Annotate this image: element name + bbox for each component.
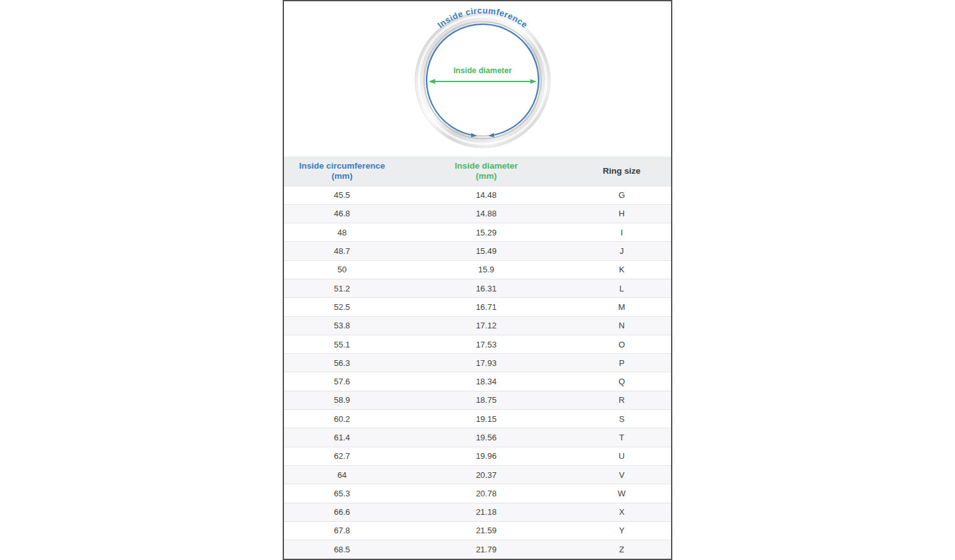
cell-circumference: 60.2 [284, 410, 400, 428]
cell-ring-size: M [572, 298, 671, 316]
table-row: 65.3 20.78 W [284, 484, 671, 503]
cell-diameter: 20.37 [400, 465, 572, 484]
ring-graphic [415, 13, 550, 148]
cell-diameter: 18.75 [400, 391, 572, 409]
cell-ring-size: T [572, 428, 671, 447]
cell-ring-size: G [572, 186, 671, 204]
cell-ring-size: H [572, 204, 671, 223]
table-row: 61.4 19.56 T [284, 428, 671, 447]
cell-ring-size: I [572, 223, 671, 242]
cell-circumference: 66.6 [284, 503, 400, 521]
cell-circumference: 55.1 [284, 335, 400, 353]
cell-diameter: 17.53 [400, 335, 572, 353]
cell-ring-size: Y [572, 521, 671, 540]
circumference-arrow [427, 24, 539, 136]
cell-diameter: 21.59 [400, 521, 572, 540]
cell-circumference: 64 [284, 465, 400, 484]
table-row: 51.2 16.31 L [284, 279, 671, 297]
table-row: 46.8 14.88 H [284, 204, 671, 223]
cell-circumference: 50 [284, 260, 400, 279]
cell-circumference: 65.3 [284, 484, 400, 503]
table-row: 67.8 21.59 Y [284, 521, 671, 540]
table-row: 57.6 18.34 Q [284, 372, 671, 391]
cell-ring-size: K [572, 260, 671, 279]
ring-size-chart-panel: Inside circumference Inside diameter Ins… [283, 0, 672, 560]
cell-diameter: 21.79 [400, 540, 572, 559]
cell-circumference: 45.5 [284, 186, 400, 204]
cell-ring-size: S [572, 410, 671, 428]
table-row: 48 15.29 I [284, 223, 671, 242]
cell-ring-size: P [572, 354, 671, 372]
cell-diameter: 14.48 [400, 186, 572, 204]
ring-diagram-svg: Inside circumference Inside diameter [284, 1, 671, 157]
table-row: 52.5 16.71 M [284, 298, 671, 316]
table-header-row: Inside circumference (mm) Inside diamete… [284, 157, 671, 186]
cell-diameter: 17.12 [400, 316, 572, 335]
cell-ring-size: X [572, 503, 671, 521]
cell-diameter: 19.15 [400, 410, 572, 428]
cell-diameter: 16.71 [400, 298, 572, 316]
cell-circumference: 58.9 [284, 391, 400, 409]
cell-ring-size: N [572, 316, 671, 335]
cell-diameter: 14.88 [400, 204, 572, 223]
table-row: 62.7 19.96 U [284, 447, 671, 465]
cell-ring-size: Q [572, 372, 671, 391]
ring-diagram: Inside circumference Inside diameter [284, 1, 671, 157]
cell-diameter: 16.31 [400, 279, 572, 297]
header-ring-size: Ring size [572, 157, 671, 186]
cell-circumference: 62.7 [284, 447, 400, 465]
cell-diameter: 15.29 [400, 223, 572, 242]
cell-circumference: 56.3 [284, 354, 400, 372]
cell-ring-size: J [572, 242, 671, 260]
cell-ring-size: R [572, 391, 671, 409]
cell-circumference: 52.5 [284, 298, 400, 316]
diameter-label: Inside diameter [453, 66, 512, 75]
table-row: 45.5 14.48 G [284, 186, 671, 204]
table-row: 58.9 18.75 R [284, 391, 671, 409]
table-row: 53.8 17.12 N [284, 316, 671, 335]
cell-diameter: 20.78 [400, 484, 572, 503]
table-row: 60.2 19.15 S [284, 410, 671, 428]
cell-circumference: 68.5 [284, 540, 400, 559]
cell-ring-size: U [572, 447, 671, 465]
cell-diameter: 15.9 [400, 260, 572, 279]
table-row: 68.5 21.79 Z [284, 540, 671, 559]
header-inside-circumference: Inside circumference (mm) [284, 157, 400, 186]
table-row: 66.6 21.18 X [284, 503, 671, 521]
cell-diameter: 17.93 [400, 354, 572, 372]
cell-circumference: 46.8 [284, 204, 400, 223]
cell-ring-size: W [572, 484, 671, 503]
cell-ring-size: L [572, 279, 671, 297]
table-row: 56.3 17.93 P [284, 354, 671, 372]
cell-ring-size: V [572, 465, 671, 484]
cell-circumference: 57.6 [284, 372, 400, 391]
table-body: 45.5 14.48 G 46.8 14.88 H 48 15.29 I 48.… [284, 186, 671, 559]
table-row: 48.7 15.49 J [284, 242, 671, 260]
cell-diameter: 18.34 [400, 372, 572, 391]
table-row: 64 20.37 V [284, 465, 671, 484]
cell-circumference: 48 [284, 223, 400, 242]
cell-diameter: 15.49 [400, 242, 572, 260]
cell-diameter: 19.96 [400, 447, 572, 465]
table-row: 50 15.9 K [284, 260, 671, 279]
cell-diameter: 21.18 [400, 503, 572, 521]
cell-circumference: 67.8 [284, 521, 400, 540]
cell-ring-size: O [572, 335, 671, 353]
cell-diameter: 19.56 [400, 428, 572, 447]
header-inside-diameter: Inside diameter (mm) [400, 157, 572, 186]
table-row: 55.1 17.53 O [284, 335, 671, 353]
cell-circumference: 48.7 [284, 242, 400, 260]
cell-circumference: 53.8 [284, 316, 400, 335]
cell-ring-size: Z [572, 540, 671, 559]
cell-circumference: 61.4 [284, 428, 400, 447]
cell-circumference: 51.2 [284, 279, 400, 297]
ring-size-table: Inside circumference (mm) Inside diamete… [284, 157, 671, 559]
